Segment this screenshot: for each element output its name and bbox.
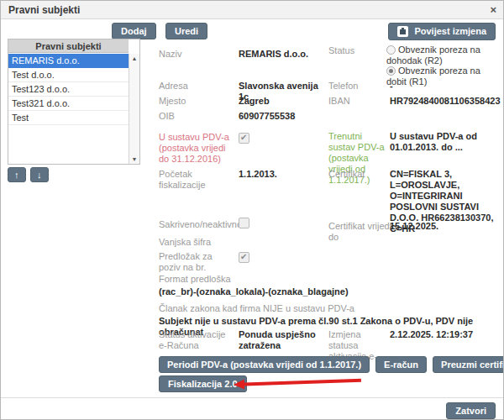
pravni-subjekti-dialog: Pravni subjekti × Dodaj Pravni subjekti …: [0, 0, 504, 420]
list-header: Pravni subjekti: [8, 39, 129, 53]
mjesto-value: Zagreb: [239, 96, 327, 107]
radio-label: Obveznik poreza na dohodak (R2): [386, 45, 480, 66]
eracun-button[interactable]: E-račun: [375, 356, 427, 373]
vanjska-sifra-label: Vanjska šifra: [159, 237, 239, 248]
trenutni-sustav-value: U sustavu PDV-a od 01.01.2013. do ...: [390, 131, 501, 153]
status-label: Status: [328, 45, 389, 56]
arrow-shaft: [244, 379, 361, 386]
oib-value: 60907755538: [239, 111, 327, 122]
iban-value: HR7924840081106358423: [390, 96, 503, 107]
certifikat-label: Certifikat: [328, 169, 389, 180]
status-aktivacije-value: Ponuda uspješno zatražena: [239, 329, 331, 351]
subjects-listbox: Pravni subjekti REMARIS d.o.o. Test d.o.…: [8, 39, 140, 165]
move-up-button[interactable]: ↑: [8, 167, 26, 182]
periodi-pdv-button[interactable]: Periodi PDV-a (postavka vrijedi od 1.1.2…: [159, 356, 370, 373]
close-button[interactable]: Zatvori: [446, 402, 496, 419]
close-icon[interactable]: ×: [490, 3, 496, 16]
pocetak-fiskalizacije-value: 1.1.2013.: [239, 169, 327, 180]
scroll-up-icon[interactable]: ▲: [129, 55, 139, 61]
sakriveno-label: Sakriveno/neaktivno: [159, 219, 251, 230]
naziv-value: REMARIS d.o.o.: [239, 49, 327, 60]
dialog-titlebar: Pravni subjekti ×: [1, 1, 503, 19]
format-predloska-label: Format predloška: [159, 274, 327, 285]
list-item[interactable]: Test321 d.o.o.: [8, 97, 129, 111]
certifikat-vrijedi-do-value: 15.12.2025.: [390, 221, 501, 232]
list-item[interactable]: Test d.o.o.: [8, 68, 129, 82]
oib-label: OIB: [159, 111, 239, 122]
footer-divider: [1, 397, 503, 398]
history-button[interactable]: Povijest izmjena: [388, 23, 496, 40]
u-sustavu-pdv-label: U sustavu PDV-a (postavka vrijedi do 31.…: [159, 132, 236, 165]
list-items: REMARIS d.o.o. Test d.o.o. Test123 d.o.o…: [8, 54, 129, 164]
list-item[interactable]: Test123 d.o.o.: [8, 82, 129, 97]
status-radio-dohodak[interactable]: Obveznik poreza na dohodak (R2): [386, 45, 501, 66]
mjesto-label: Mjesto: [159, 96, 239, 107]
clanak-zakona-label: Članak zakona kad firma NIJE u sustavu P…: [159, 303, 428, 314]
history-button-label: Povijest izmjena: [414, 26, 486, 36]
list-item[interactable]: REMARIS d.o.o.: [8, 54, 129, 68]
telefon-value: -: [390, 81, 501, 92]
list-item[interactable]: Test: [8, 111, 129, 125]
iban-label: IBAN: [328, 96, 389, 107]
pocetak-fiskalizacije-label: Početak fiskalizacije: [159, 169, 240, 191]
scroll-down-icon[interactable]: ▼: [129, 156, 139, 162]
naziv-label: Naziv: [159, 49, 239, 60]
radio-icon[interactable]: [386, 45, 396, 55]
predlozak-label: Predložak za poziv na br.: [159, 251, 234, 273]
history-icon: [397, 26, 408, 37]
telefon-label: Telefon: [328, 81, 389, 92]
move-down-button[interactable]: ↓: [30, 167, 49, 182]
preuzmi-certifikat-button[interactable]: Preuzmi certifikat: [433, 356, 504, 373]
add-button[interactable]: Dodaj: [112, 23, 156, 39]
edit-button[interactable]: Uredi: [165, 23, 207, 39]
u-sustavu-pdv-checkbox[interactable]: [239, 133, 249, 144]
red-arrow-annotation: [234, 375, 361, 390]
radio-icon[interactable]: [386, 66, 396, 76]
list-scrollbar[interactable]: ▲ ▼: [129, 54, 139, 164]
status-aktivacije-label: Status aktivacije e-Računa: [159, 329, 236, 351]
predlozak-checkbox[interactable]: [239, 252, 249, 263]
sakriveno-checkbox[interactable]: [239, 218, 249, 228]
format-predloska-value: (rac_br)-(oznaka_lokala)-(oznaka_blagajn…: [159, 286, 394, 297]
dialog-title: Pravni subjekti: [8, 4, 80, 16]
adresa-label: Adresa: [159, 81, 239, 92]
action-button-row: Periodi PDV-a (postavka vrijedi od 1.1.2…: [159, 356, 504, 373]
arrow-head-icon: [234, 380, 244, 390]
izmjena-statusa-value: 2.12.2025. 12:19:37: [390, 329, 501, 340]
